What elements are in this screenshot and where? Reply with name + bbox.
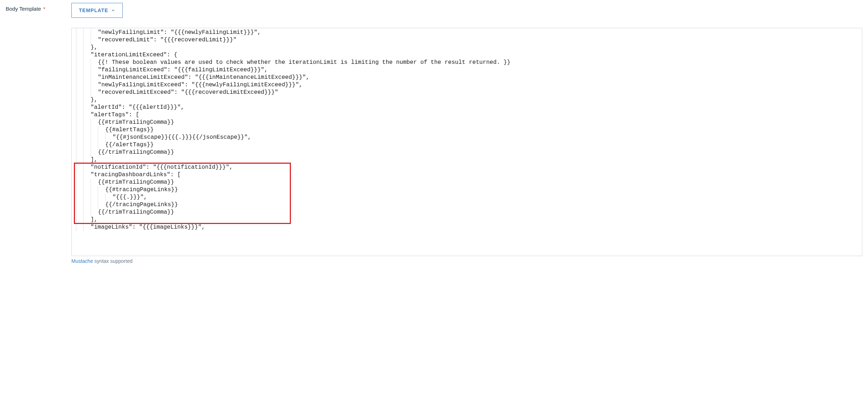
field-content: TEMPLATE "inMaintenanceLimit": "{{{inMai…	[71, 3, 862, 264]
code-line: "newlyFailingLimitExceed": "{{{newlyFail…	[76, 81, 858, 89]
code-line: "recoveredLimit": "{{{recoveredLimit}}}"	[76, 36, 858, 44]
code-line: {{/trimTrailingComma}}	[76, 209, 858, 216]
code-line: "tracingDashboardLinks": [	[76, 171, 858, 179]
code-line: {{/trimTrailingComma}}	[76, 149, 858, 156]
code-line: },	[76, 96, 858, 104]
code-line: {{#trimTrailingComma}}	[76, 179, 858, 186]
code-line: ],	[76, 156, 858, 164]
code-line: "iterationLimitExceed": {	[76, 51, 858, 59]
code-content: "inMaintenanceLimit": "{{{inMaintenanceL…	[76, 28, 858, 231]
code-line: {{#alertTags}}	[76, 126, 858, 134]
template-button-label: TEMPLATE	[79, 7, 108, 13]
code-line: "newlyFailingLimit": "{{{newlyFailingLim…	[76, 29, 858, 36]
code-line: {{#tracingPageLinks}}	[76, 186, 858, 194]
label-text: Body Template	[6, 6, 41, 12]
code-line: ],	[76, 216, 858, 224]
helper-text: Mustache syntax supported	[71, 258, 862, 264]
code-line: "inMaintenanceLimitExceed": "{{{inMainte…	[76, 74, 858, 81]
code-line: "notificationId": "{{{notificationId}}}"…	[76, 164, 858, 171]
template-button[interactable]: TEMPLATE	[71, 3, 123, 18]
chevron-down-icon	[111, 8, 115, 12]
body-template-editor[interactable]: "inMaintenanceLimit": "{{{inMaintenanceL…	[71, 28, 862, 256]
required-marker: *	[43, 6, 45, 12]
code-line: "failingLimitExceed": "{{{failingLimitEx…	[76, 66, 858, 74]
code-line: },	[76, 44, 858, 51]
code-line: "{{{.}}}",	[76, 194, 858, 201]
code-line: {{! These boolean values are used to che…	[76, 59, 858, 66]
code-line: {{/tracingPageLinks}}	[76, 201, 858, 209]
code-line: {{/alertTags}}	[76, 141, 858, 149]
code-line: "alertId": "{{{alertId}}}",	[76, 104, 858, 111]
code-line: {{#trimTrailingComma}}	[76, 119, 858, 126]
code-line: "alertTags": [	[76, 111, 858, 119]
helper-rest: syntax supported	[93, 258, 133, 264]
field-label: Body Template *	[6, 3, 71, 12]
code-line: "recoveredLimitExceed": "{{{recoveredLim…	[76, 89, 858, 96]
code-line: "{{#jsonEscape}}{{{.}}}{{/jsonEscape}}",	[76, 134, 858, 141]
mustache-link[interactable]: Mustache	[71, 258, 93, 264]
form-row: Body Template * TEMPLATE "inMaintenanceL…	[6, 3, 862, 264]
code-line: "imageLinks": "{{{imageLinks}}}",	[76, 224, 858, 231]
